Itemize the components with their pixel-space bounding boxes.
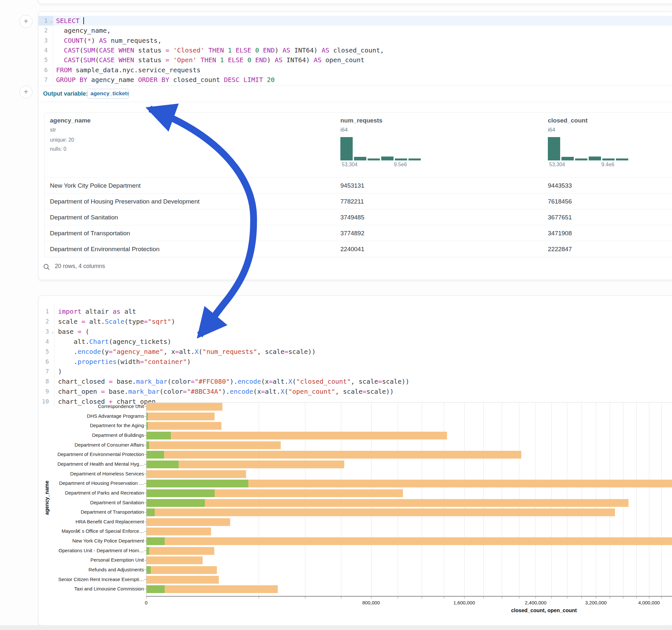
bar-closed-count [146, 470, 246, 478]
y-axis-label: Department of Sanitation [40, 499, 144, 507]
y-axis-tick [144, 464, 146, 464]
y-axis-tick [144, 483, 146, 484]
table-row[interactable]: Department of Housing Preservation and D… [45, 193, 672, 209]
line-number: 2 [39, 317, 54, 326]
histogram-max-label: 9.5e6 [394, 162, 407, 168]
column-histogram [340, 137, 425, 161]
x-axis-tick-label: 0 [145, 600, 147, 605]
y-axis-tick [144, 522, 146, 522]
cell-value: 7782211 [340, 193, 364, 209]
y-axis-tick [144, 589, 146, 589]
y-axis-tick [144, 512, 146, 512]
bar-open-count [146, 566, 151, 574]
add-cell-button-output[interactable]: + [20, 86, 32, 98]
cell-agency-name: Department of Housing Preservation and D… [50, 193, 200, 209]
python-cell-card: 123⌄45678910import altair as altscale = … [38, 295, 672, 626]
bar-open-count [146, 499, 205, 507]
x-axis-tick [371, 597, 371, 599]
y-axis-label: Department of Housing Preservation … [40, 479, 144, 487]
y-axis-label: DHS Advantage Programs [40, 412, 144, 420]
bar-closed-count [146, 403, 222, 411]
histogram-bar [548, 137, 560, 161]
collapse-chevron-icon[interactable]: ⌄ [50, 16, 52, 26]
x-axis-tick [483, 597, 484, 599]
x-axis-tick-label: 3,200,000 [585, 600, 607, 605]
histogram-bar [575, 159, 587, 161]
y-axis-label: Mayorâ€ s Office of Special Enforce… [40, 527, 144, 535]
bar-open-count [146, 508, 154, 516]
bar-closed-count [146, 556, 202, 564]
column-histogram [548, 137, 632, 161]
cell-agency-name: Department of Environmental Protection [50, 241, 160, 257]
y-axis-tick [144, 551, 146, 551]
cell-value: 3677651 [548, 209, 572, 225]
x-axis-tick [596, 597, 596, 599]
line-number: 3⌄ [39, 327, 54, 336]
histogram-bar [589, 156, 601, 161]
y-axis-label: Department of Transportation [40, 508, 144, 516]
cell-value: 3749485 [340, 209, 364, 225]
code-line: CAST(SUM(CASE WHEN status = 'Closed' THE… [56, 45, 384, 55]
code-line: .properties(width="container") [58, 357, 191, 366]
code-line: scale = alt.Scale(type="sqrt") [58, 317, 175, 326]
x-axis-tick [610, 597, 610, 599]
x-axis-tick [661, 597, 662, 599]
y-axis-tick [144, 493, 146, 493]
y-axis-tick [144, 579, 146, 580]
code-line: COUNT(*) AS num_requests, [56, 35, 162, 45]
code-line: alt.Chart(agency_tickets) [58, 337, 171, 346]
add-cell-button-top[interactable]: + [20, 15, 32, 28]
line-number: 1⌄ [39, 16, 53, 26]
code-line: chart_open = base.mark_bar(color="#8BC34… [58, 387, 394, 396]
table-row[interactable]: Department of Sanitation37494853677651 [45, 209, 672, 225]
bar-closed-count [146, 537, 672, 545]
histogram-bar [602, 159, 615, 161]
gutter-divider [54, 304, 54, 407]
line-number: 3 [39, 35, 53, 45]
y-axis-label: Department of Parks and Recreation [40, 489, 144, 497]
y-axis-label: Department for the Aging [40, 421, 144, 430]
bar-open-count [146, 461, 178, 468]
search-icon[interactable] [43, 263, 50, 275]
bar-open-count [146, 422, 148, 430]
y-axis-tick [144, 560, 146, 560]
y-axis-tick [144, 435, 146, 436]
y-axis-label: New York City Police Department [40, 537, 144, 545]
x-axis-tick [567, 597, 567, 599]
notebook-canvas: + + 1⌄234567SELECT agency_name, COUNT(*)… [0, 0, 672, 630]
table-row[interactable]: Department of Environmental Protection22… [45, 241, 672, 257]
previous-cell-partial [38, 0, 672, 4]
bar-open-count [146, 451, 164, 459]
x-axis-tick-label: 1,600,000 [454, 600, 475, 605]
line-number: 4 [39, 337, 54, 346]
output-variable-pill[interactable]: agency_tickets [87, 89, 129, 98]
y-axis-tick [144, 416, 146, 416]
y-axis-label: Correspondence Unit [40, 402, 144, 411]
x-axis-tick [464, 597, 464, 599]
y-axis-label: Senior Citizen Rent Increase Exempti… [40, 575, 144, 584]
result-table[interactable]: agency_namestrunique: 20nulls: 0num_requ… [44, 112, 672, 257]
gutter-divider [53, 14, 53, 83]
x-axis-tick [519, 597, 519, 599]
histogram-min-label: 53,304 [342, 162, 358, 168]
line-number: 5 [39, 347, 54, 357]
bar-open-count [146, 547, 149, 555]
y-axis-tick [144, 474, 146, 474]
output-variable-label: Output variable: [43, 86, 88, 102]
chart-x-axis-title: closed_count, open_count [511, 608, 577, 613]
histogram-bar [408, 159, 421, 161]
collapse-chevron-icon[interactable]: ⌄ [51, 327, 54, 337]
y-axis-label: Department of Homeless Services [40, 469, 144, 478]
bar-open-count [146, 480, 248, 487]
table-row[interactable]: Department of Transportation377489234719… [45, 225, 672, 241]
bar-closed-count [146, 518, 230, 526]
bar-closed-count [146, 499, 628, 507]
cell-value: 2240041 [340, 241, 364, 257]
line-number: 7 [39, 366, 54, 376]
y-axis-label: Personal Exemption Unit [40, 556, 144, 564]
histogram-bar [616, 159, 628, 161]
table-row[interactable]: New York City Police Department945313194… [45, 177, 672, 193]
x-axis-tick-label: 800,000 [362, 600, 380, 605]
y-axis-label: Department of Environmental Protection [40, 450, 144, 459]
page-background-strip [0, 625, 672, 630]
